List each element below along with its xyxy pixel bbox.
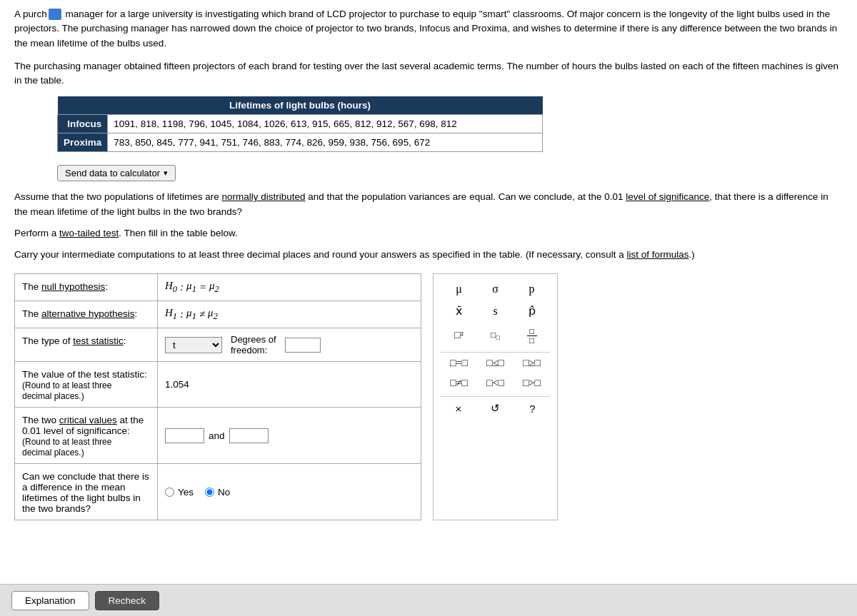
test-statistic-link[interactable]: test statistic [73, 335, 124, 346]
test-stat-select[interactable]: t z F χ² [165, 337, 222, 353]
conclusion-row: Can we conclude that there is a differen… [15, 464, 421, 520]
alt-mu1: μ1 [186, 307, 196, 322]
alt-mu2: μ2 [208, 307, 218, 322]
critical-values-content: and [158, 408, 421, 464]
null-hypothesis-row: The null hypothesis: H0 : μ1 = μ2 [15, 274, 421, 301]
test-value-label: The value of the test statistic: (Round … [15, 362, 158, 408]
neq-button[interactable]: □≠□ [446, 376, 471, 390]
degrees-input[interactable] [285, 338, 321, 353]
degrees-container: Degrees offreedom: [231, 334, 276, 355]
no-option[interactable]: No [205, 487, 230, 498]
s-button[interactable]: s [481, 303, 510, 319]
null-equals: = [199, 281, 206, 293]
test-stat-row: t z F χ² Degrees offreedom: [165, 334, 414, 355]
conclusion-options: Yes No [165, 487, 414, 498]
test-value-content: 1.054 [158, 362, 421, 408]
critical-value-2-input[interactable] [229, 428, 269, 443]
level-of-significance-link[interactable]: level of significance [626, 191, 709, 202]
alt-hypothesis-link[interactable]: alternative hypothesis [41, 308, 135, 319]
subscript-button[interactable]: □□ [483, 325, 508, 346]
help-button[interactable]: ? [526, 401, 538, 416]
alt-neq: ≠ [199, 308, 205, 320]
alt-H1: H1 [165, 307, 177, 322]
carry-text: Carry your intermediate computations to … [14, 248, 843, 262]
lifetime-table: Lifetimes of light bulbs (hours) Infocus… [57, 96, 543, 152]
symbol-row-4: □=□ □≤□ □≥□ [441, 356, 550, 370]
conclusion-label: Can we conclude that there is a differen… [15, 464, 158, 520]
proxima-data: 783, 850, 845, 777, 941, 751, 746, 883, … [108, 133, 543, 152]
xbar-button[interactable]: x̄ [445, 303, 473, 319]
degrees-label: Degrees offreedom: [231, 334, 276, 355]
no-radio[interactable] [205, 488, 214, 497]
null-mu1: μ1 [186, 280, 196, 295]
infocus-data: 1091, 818, 1198, 796, 1045, 1084, 1026, … [108, 115, 543, 133]
intro-para2: The purchasing manager obtained fifteen … [14, 59, 843, 89]
alt-hypothesis-expr: H1 : μ1 ≠ μ2 [165, 307, 414, 322]
radio-group: Yes No [165, 487, 230, 498]
intro-para1: A purch manager for a large university i… [14, 7, 843, 51]
no-label: No [218, 487, 230, 498]
critical-values-row: The two critical values at the 0.01 leve… [15, 408, 421, 464]
alt-hypothesis-label: The alternative hypothesis: [15, 301, 158, 328]
yes-label: Yes [178, 487, 194, 498]
null-hypothesis-expr: H0 : μ1 = μ2 [165, 280, 414, 295]
critical-and-text: and [209, 430, 225, 441]
list-of-formulas-link[interactable]: list of formulas [626, 249, 688, 260]
critical-values-link[interactable]: critical values [59, 415, 117, 425]
clear-button[interactable]: × [451, 401, 465, 416]
geq-button[interactable]: □≥□ [519, 356, 544, 370]
lifetime-table-container: Lifetimes of light bulbs (hours) Infocus… [57, 96, 814, 152]
critical-value-1-input[interactable] [165, 428, 204, 443]
proxima-row: Proxima 783, 850, 845, 777, 941, 751, 74… [58, 133, 543, 152]
null-hypothesis-label: The null hypothesis: [15, 274, 158, 301]
critical-row: and [165, 428, 414, 443]
mu-button[interactable]: μ [445, 281, 473, 297]
test-stat-label: The type of test statistic: [15, 328, 158, 362]
null-mu2: μ2 [209, 280, 219, 295]
square-button[interactable]: □² [446, 325, 471, 346]
yes-radio[interactable] [165, 488, 174, 497]
assumption-text: Assume that the two populations of lifet… [14, 190, 843, 219]
action-row: × ↺ ? [441, 400, 550, 416]
recheck-button[interactable]: Recheck [95, 591, 160, 610]
send-data-button[interactable]: Send data to calculator ▾ [57, 165, 176, 181]
alt-hypothesis-row: The alternative hypothesis: H1 : μ1 ≠ μ2 [15, 301, 421, 328]
explanation-button[interactable]: Explanation [11, 591, 89, 610]
fraction-button[interactable]: □ □ [519, 325, 544, 346]
two-tailed-test-link[interactable]: two-tailed test [59, 228, 119, 238]
phat-button[interactable]: p̂ [518, 303, 546, 319]
symbol-panel: μ σ p x̄ s p̂ □² □□ □ □ [433, 273, 558, 520]
symbol-row-2: x̄ s p̂ [441, 303, 550, 319]
null-H0: H0 [165, 280, 177, 295]
null-hypothesis-link[interactable]: null hypothesis [41, 281, 105, 292]
proxima-label: Proxima [58, 133, 108, 152]
null-colon: : [180, 281, 184, 293]
hypothesis-table: The null hypothesis: H0 : μ1 = μ2 [14, 273, 421, 520]
test-value-row: The value of the test statistic: (Round … [15, 362, 421, 408]
test-stat-type-row: The type of test statistic: t z F χ² Deg [15, 328, 421, 362]
normally-distributed-link[interactable]: normally distributed [221, 191, 305, 202]
symbol-row-3: □² □□ □ □ [441, 325, 550, 346]
test-value-display: 1.054 [165, 379, 189, 390]
p-button[interactable]: p [518, 281, 546, 297]
form-area: The null hypothesis: H0 : μ1 = μ2 [14, 273, 843, 520]
chevron-down-icon: ▾ [164, 168, 168, 178]
null-hypothesis-content: H0 : μ1 = μ2 [158, 274, 421, 301]
critical-values-label: The two critical values at the 0.01 leve… [15, 408, 158, 464]
perform-text: Perform a two-tailed test. Then fill in … [14, 226, 843, 241]
lt-button[interactable]: □<□ [483, 376, 508, 390]
sigma-button[interactable]: σ [481, 281, 510, 297]
equals-button[interactable]: □=□ [446, 356, 471, 370]
undo-button[interactable]: ↺ [487, 400, 503, 416]
conclusion-content: Yes No [158, 464, 421, 520]
table-header: Lifetimes of light bulbs (hours) [58, 96, 543, 115]
test-stat-content: t z F χ² Degrees offreedom: [158, 328, 421, 362]
significance-level: 0.01 level of significance: [22, 425, 130, 436]
alt-colon: : [180, 308, 184, 320]
infocus-label: Infocus [58, 115, 108, 133]
leq-button[interactable]: □≤□ [483, 356, 508, 370]
yes-option[interactable]: Yes [165, 487, 194, 498]
bottom-bar: Explanation Recheck [0, 584, 857, 616]
alt-hypothesis-content: H1 : μ1 ≠ μ2 [158, 301, 421, 328]
gt-button[interactable]: □>□ [519, 376, 544, 390]
